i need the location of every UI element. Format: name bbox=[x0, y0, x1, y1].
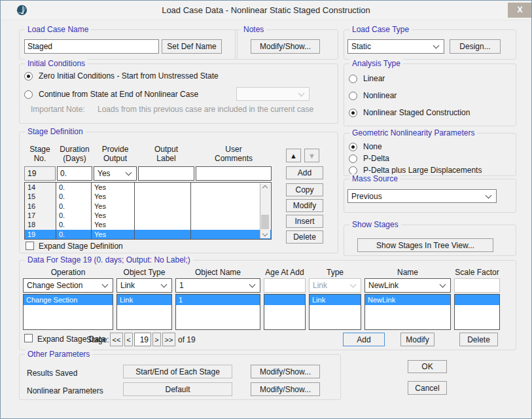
stage-row-14[interactable]: 14 0. Yes bbox=[25, 183, 271, 192]
radio-nonlinear[interactable]: Nonlinear bbox=[349, 91, 397, 100]
table-row-selected[interactable]: 1 bbox=[176, 295, 260, 305]
operation-dropdown[interactable]: Change Section bbox=[23, 278, 113, 293]
design-button[interactable]: Design... bbox=[450, 39, 501, 54]
column-header-provide-output: Provide Output bbox=[94, 145, 137, 163]
stage-next-button[interactable]: > bbox=[152, 333, 161, 346]
stage-modify-button[interactable]: Modify bbox=[286, 199, 323, 212]
other-parameters-group-label: Other Parameters bbox=[25, 350, 92, 359]
table-column-scale-factor bbox=[454, 294, 500, 330]
name-dropdown[interactable]: NewLink bbox=[364, 278, 451, 293]
chevron-down-icon bbox=[126, 170, 132, 176]
stage-row-16[interactable]: 16 0. Yes bbox=[25, 202, 271, 211]
stage-first-button[interactable]: << bbox=[110, 333, 123, 346]
stage-no-edit-field bbox=[24, 166, 56, 181]
move-stage-up-icon[interactable]: ▲ bbox=[286, 149, 301, 162]
output-label-edit-field[interactable] bbox=[138, 166, 194, 181]
table-row-selected[interactable]: Link bbox=[117, 295, 171, 305]
notes-modify-show-button[interactable]: Modify/Show... bbox=[251, 39, 320, 54]
column-header-age-at-add: Age At Add bbox=[264, 268, 306, 277]
radio-icon[interactable] bbox=[349, 155, 357, 163]
expand-stage-definition-checkbox[interactable] bbox=[26, 242, 34, 250]
radio-icon[interactable] bbox=[349, 143, 357, 151]
stage-list: 14 0. Yes 15 0. Yes 16 0. Yes 17 0. Yes bbox=[24, 182, 272, 240]
stage-data-modify-button[interactable]: Modify bbox=[400, 333, 434, 346]
chevron-down-icon bbox=[440, 282, 446, 288]
stage-row-18[interactable]: 18 0. Yes bbox=[25, 220, 271, 229]
stage-data-add-button[interactable]: Add bbox=[343, 333, 385, 346]
stage-last-button[interactable]: >> bbox=[162, 333, 175, 346]
scroll-up-icon[interactable] bbox=[262, 185, 268, 191]
object-name-dropdown[interactable]: 1 bbox=[175, 278, 260, 293]
results-saved-label: Results Saved bbox=[27, 369, 77, 378]
stage-add-button[interactable]: Add bbox=[286, 166, 323, 179]
stage-row-19-selected[interactable]: 19 0. Yes bbox=[25, 230, 271, 239]
column-header-type: Type bbox=[309, 268, 361, 277]
column-header-name: Name bbox=[364, 268, 451, 277]
stage-row-17[interactable]: 17 0. Yes bbox=[25, 211, 271, 220]
radio-none[interactable]: None bbox=[349, 142, 382, 151]
table-column-type: Link bbox=[309, 294, 361, 330]
radio-icon[interactable] bbox=[349, 92, 357, 100]
object-name-value: 1 bbox=[179, 281, 184, 290]
column-header-user-comments: User Comments bbox=[196, 145, 272, 163]
user-comments-edit-field[interactable] bbox=[196, 166, 272, 181]
chevron-down-icon bbox=[433, 43, 440, 49]
set-def-name-button[interactable]: Set Def Name bbox=[162, 39, 222, 54]
duration-edit-field[interactable] bbox=[57, 166, 92, 181]
ok-button[interactable]: OK bbox=[408, 360, 447, 373]
radio-icon[interactable] bbox=[349, 166, 357, 175]
nonlinear-parameters-modify-show-button[interactable]: Modify/Show... bbox=[251, 382, 320, 396]
close-icon[interactable]: X bbox=[508, 3, 532, 18]
stage-data-delete-button[interactable]: Delete bbox=[459, 333, 498, 346]
table-column-operation: Change Section bbox=[23, 294, 113, 330]
radio-continue-from-state[interactable]: Continue from State at End of Nonlinear … bbox=[24, 90, 198, 99]
column-header-scale-factor: Scale Factor bbox=[454, 268, 500, 277]
name-value: NewLink bbox=[368, 281, 399, 290]
chevron-down-icon bbox=[102, 282, 109, 288]
stage-count-label: of 19 bbox=[178, 335, 196, 344]
scrollbar-thumb[interactable] bbox=[261, 215, 269, 229]
cancel-button[interactable]: Cancel bbox=[408, 381, 447, 395]
table-row-selected[interactable]: Link bbox=[310, 295, 361, 305]
mass-source-dropdown[interactable]: Previous bbox=[347, 189, 497, 203]
table-row-selected[interactable]: NewLink bbox=[365, 295, 450, 305]
stage-insert-button[interactable]: Insert bbox=[286, 215, 323, 228]
radio-icon[interactable] bbox=[349, 75, 357, 83]
radio-linear[interactable]: Linear bbox=[349, 74, 385, 83]
radio-icon[interactable] bbox=[349, 109, 357, 117]
radio-label: Zero Initial Conditions - Start from Uns… bbox=[39, 71, 219, 81]
type-value: Link bbox=[313, 281, 327, 290]
chevron-down-icon bbox=[350, 282, 357, 288]
age-at-add-field bbox=[264, 278, 306, 293]
table-row-selected[interactable]: Change Section bbox=[24, 295, 113, 305]
stage-number-input[interactable] bbox=[134, 333, 151, 346]
object-type-dropdown[interactable]: Link bbox=[116, 278, 172, 293]
stage-prev-button[interactable]: < bbox=[124, 333, 133, 346]
radio-icon[interactable] bbox=[24, 72, 33, 81]
radio-label: P-Delta plus Large Displacements bbox=[363, 166, 482, 175]
chevron-down-icon bbox=[298, 90, 305, 96]
load-case-type-dropdown[interactable]: Static bbox=[347, 39, 444, 54]
radio-p-delta[interactable]: P-Delta bbox=[349, 154, 389, 163]
stage-delete-button[interactable]: Delete bbox=[286, 230, 323, 244]
stage-copy-button[interactable]: Copy bbox=[286, 183, 323, 196]
stage-list-scrollbar[interactable] bbox=[260, 183, 270, 238]
results-saved-modify-show-button[interactable]: Modify/Show... bbox=[251, 365, 320, 378]
table-row-selected[interactable] bbox=[455, 295, 499, 305]
show-stages-tree-view-button[interactable]: Show Stages In Tree View... bbox=[357, 238, 493, 252]
radio-icon[interactable] bbox=[24, 90, 33, 99]
expand-stage-definition-label[interactable]: Expand Stage Definition bbox=[39, 242, 123, 251]
table-row-selected[interactable] bbox=[264, 295, 305, 305]
radio-nonlinear-staged-construction[interactable]: Nonlinear Staged Construction bbox=[349, 108, 470, 117]
radio-zero-initial-conditions[interactable]: Zero Initial Conditions - Start from Uns… bbox=[24, 71, 219, 81]
scroll-down-icon[interactable] bbox=[262, 231, 268, 236]
type-dropdown: Link bbox=[309, 278, 361, 293]
column-header-object-name: Object Name bbox=[175, 268, 260, 277]
radio-label: P-Delta bbox=[363, 154, 389, 163]
load-case-name-input[interactable] bbox=[24, 39, 159, 54]
stage-row-15[interactable]: 15 0. Yes bbox=[25, 192, 271, 201]
provide-output-dropdown[interactable]: Yes bbox=[94, 166, 137, 181]
expand-stage-data-checkbox[interactable] bbox=[24, 334, 33, 342]
mass-source-value: Previous bbox=[351, 192, 382, 201]
radio-p-delta-large-displacements[interactable]: P-Delta plus Large Displacements bbox=[349, 166, 482, 175]
